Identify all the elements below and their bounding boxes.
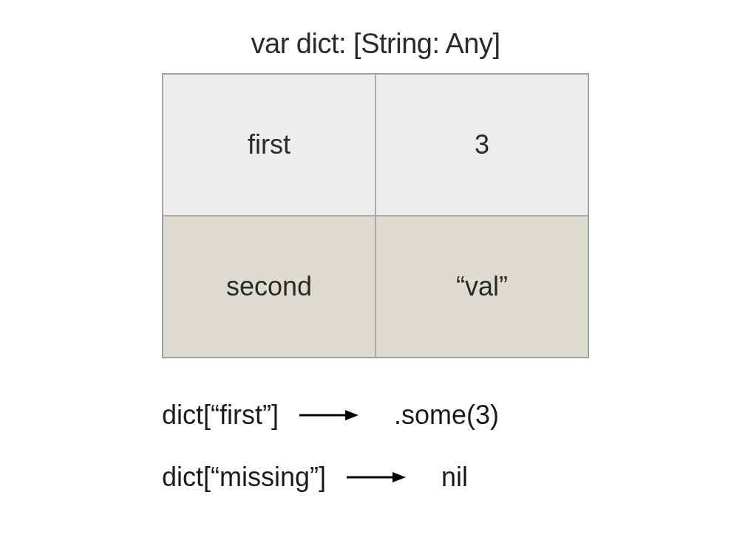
lookup-result: .some(3): [394, 400, 499, 431]
table-row: second “val”: [163, 216, 588, 358]
table-cell-value: 3: [376, 74, 588, 216]
lookup-list: dict[“first”] .some(3) dict[“missing”] n…: [162, 400, 589, 493]
lookup-row: dict[“first”] .some(3): [162, 400, 589, 431]
arrow-right-icon: [347, 470, 406, 485]
table-row: first 3: [163, 74, 588, 216]
svg-marker-1: [345, 410, 358, 420]
lookup-row: dict[“missing”] nil: [162, 462, 589, 493]
table-cell-value: “val”: [376, 216, 588, 358]
lookup-expression: dict[“missing”]: [162, 462, 326, 493]
lookup-expression: dict[“first”]: [162, 400, 279, 431]
page-title: var dict: [String: Any]: [251, 28, 500, 60]
table-cell-key: second: [163, 216, 376, 358]
lookup-result: nil: [441, 462, 468, 493]
svg-marker-3: [393, 472, 406, 482]
dict-table: first 3 second “val”: [162, 73, 589, 358]
table-cell-key: first: [163, 74, 376, 216]
arrow-right-icon: [299, 408, 358, 423]
